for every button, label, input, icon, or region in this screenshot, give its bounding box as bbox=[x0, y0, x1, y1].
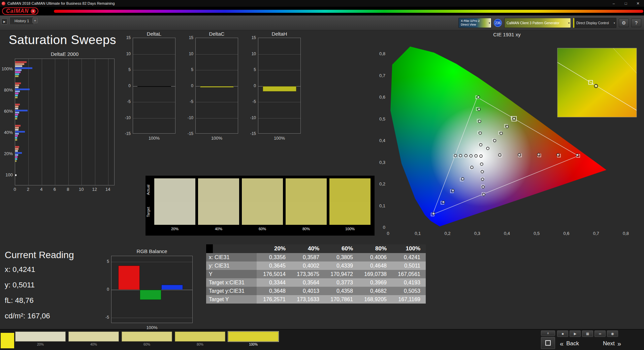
gridline bbox=[133, 102, 175, 102]
measured-marker bbox=[481, 178, 484, 181]
deltae-bar bbox=[15, 65, 22, 67]
play-icon: ▶ bbox=[574, 332, 577, 336]
cie-inset-panel bbox=[557, 48, 637, 117]
gridline bbox=[258, 70, 300, 70]
y-tick-label: 0 bbox=[246, 83, 256, 88]
measured-marker bbox=[451, 189, 454, 192]
swatch-column-label: 80% bbox=[286, 227, 327, 231]
gridline bbox=[55, 59, 55, 185]
maximize-button[interactable]: □ bbox=[620, 0, 632, 7]
saturation-swatch-80%[interactable]: 80% bbox=[175, 331, 225, 349]
target-swatch bbox=[198, 202, 239, 225]
eye-icon: ◉ bbox=[611, 332, 614, 336]
table-cell: 0,4193 bbox=[391, 278, 425, 287]
table-cell: 0,4006 bbox=[358, 253, 391, 261]
y-tick-label: 5 bbox=[101, 259, 109, 264]
table-row: x: CIE310,33560,35870,38050,40060,4241 bbox=[206, 253, 426, 261]
saturation-swatch-40%[interactable]: 40% bbox=[68, 331, 119, 349]
gridline bbox=[68, 59, 69, 185]
play-button[interactable]: ▶ bbox=[570, 330, 581, 337]
gridline bbox=[95, 59, 95, 185]
gridline bbox=[258, 102, 300, 102]
y-tick-label: -15 bbox=[246, 131, 256, 136]
app-icon bbox=[2, 2, 5, 5]
calman-logo[interactable]: CalMAN ▾ bbox=[2, 7, 38, 15]
deltae-bar bbox=[15, 110, 28, 111]
deltae-bar bbox=[15, 104, 20, 105]
measurement-table: 20%40%60%80%100%x: CIE310,33560,35870,38… bbox=[206, 244, 426, 304]
actual-target-swatch-panel: ActualTarget20%40%60%80%100% bbox=[146, 176, 375, 236]
actual-swatch bbox=[198, 178, 239, 202]
rgb-balance-title: RGB Balance bbox=[111, 248, 193, 254]
measured-marker bbox=[498, 154, 501, 156]
deltae-bar bbox=[15, 114, 18, 115]
saturation-swatch-20%[interactable]: 20% bbox=[15, 331, 66, 349]
y-group-label: 80% bbox=[1, 88, 13, 93]
chevron-left-icon: « bbox=[560, 340, 564, 348]
pattern-generator-selector[interactable]: CalMAN Client 3 Pattern Generator ▾ bbox=[504, 18, 571, 28]
tab-history-1[interactable]: History 1 bbox=[9, 17, 34, 24]
current-reading-x: x: 0,4241 bbox=[5, 265, 74, 274]
help-icon: ? bbox=[635, 20, 638, 26]
table-row-label: y: CIE31 bbox=[206, 261, 257, 270]
scroll-up-button[interactable]: ∧ bbox=[541, 330, 555, 336]
deltah-chart: DeltaH151050-5-10-15100% bbox=[246, 31, 302, 144]
table-cell: 170,7861 bbox=[324, 295, 358, 304]
pattern-grid-button[interactable]: ▦ bbox=[582, 330, 593, 337]
help-button[interactable]: ? bbox=[631, 19, 641, 27]
meter-line2: Direct View bbox=[461, 23, 486, 27]
measured-marker bbox=[537, 153, 540, 156]
minimize-button[interactable]: – bbox=[608, 0, 620, 7]
deltae-bar bbox=[15, 152, 22, 154]
table-cell: 176,5014 bbox=[257, 270, 290, 278]
table-row: Target Y176,2571173,1633170,7861168,9205… bbox=[206, 295, 426, 304]
chevron-down-icon: ▾ bbox=[614, 22, 615, 25]
deltae-bar bbox=[15, 63, 24, 65]
gear-icon: ⚙ bbox=[622, 20, 626, 26]
y-tick-label: -5 bbox=[121, 99, 131, 104]
chevron-down-icon: ▾ bbox=[568, 22, 570, 25]
mini-plot-area bbox=[258, 38, 301, 134]
swatch-column-label: 100% bbox=[329, 227, 371, 231]
x-tick-label: 2 bbox=[24, 187, 32, 192]
table-row: Target y:CIE310,36480,40130,43580,46820,… bbox=[206, 287, 426, 295]
table-row-label: Target y:CIE31 bbox=[206, 287, 257, 295]
cie-y-tick: 0 bbox=[383, 225, 385, 230]
logo-dropdown-icon[interactable]: ▾ bbox=[31, 9, 36, 14]
cie-y-tick: 0,7 bbox=[379, 73, 385, 78]
bottom-bar: 20%40%60%80%100% ∧ ■ ▶ ▦ ∞ ◉ « Back Next… bbox=[0, 329, 644, 350]
next-button[interactable]: Next » bbox=[603, 338, 621, 349]
rainbow-strip bbox=[54, 10, 643, 13]
saturation-swatch-60%[interactable]: 60% bbox=[122, 331, 172, 349]
current-color-patch bbox=[1, 333, 14, 348]
settings-button[interactable]: ⚙ bbox=[619, 19, 629, 27]
saturation-swatch-100%[interactable]: 100% bbox=[228, 331, 279, 349]
gridline bbox=[28, 59, 29, 185]
continuous-measure-button[interactable]: ∞ bbox=[594, 330, 606, 337]
history-expand-icon[interactable]: ▶ bbox=[1, 19, 7, 25]
table-row-label: Target x:CIE31 bbox=[206, 278, 257, 287]
y-tick-label: 0 bbox=[101, 287, 109, 292]
close-button[interactable]: ✕ bbox=[632, 0, 644, 7]
deltae-bar bbox=[15, 75, 19, 77]
back-button[interactable]: « Back bbox=[560, 338, 579, 349]
table-row: Y176,5014173,3675170,9472169,0738167,056… bbox=[206, 270, 426, 278]
y-group-label: 40% bbox=[1, 130, 13, 135]
y-tick-label: -15 bbox=[121, 131, 131, 136]
table-cell: 0,3356 bbox=[257, 253, 290, 261]
add-tab-button[interactable]: + bbox=[32, 18, 38, 23]
table-cell: 0,5011 bbox=[391, 261, 425, 270]
y-tick-label: -10 bbox=[121, 115, 131, 120]
pattern-window-button[interactable] bbox=[541, 337, 555, 349]
deltae-bar bbox=[15, 125, 21, 127]
deltae-bar bbox=[15, 106, 19, 107]
table-header-cell: 60% bbox=[324, 244, 358, 253]
view-button[interactable]: ◉ bbox=[607, 330, 618, 337]
mini-chart-title: DeltaH bbox=[258, 31, 301, 37]
stop-button[interactable]: ■ bbox=[557, 330, 568, 337]
display-control-selector[interactable]: Direct Display Control ▾ bbox=[573, 18, 616, 28]
table-cell: 0,3805 bbox=[324, 253, 358, 261]
table-cell: 0,4682 bbox=[358, 287, 391, 295]
cie-x-tick: 0 bbox=[387, 231, 389, 236]
meter-selector[interactable]: X-Rite i1Pro 2 Direct View ▾ bbox=[458, 18, 491, 28]
